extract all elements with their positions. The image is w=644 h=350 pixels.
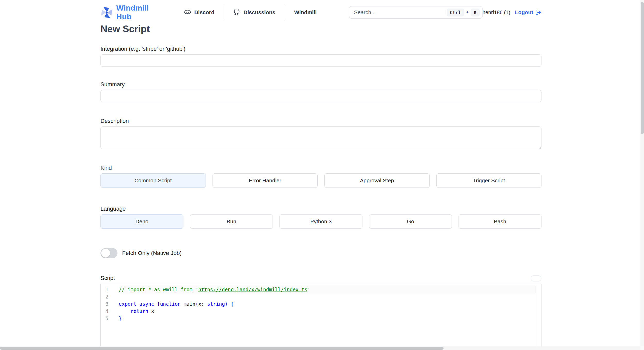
kbd-k: K: [471, 8, 480, 16]
kbd-plus: +: [466, 10, 469, 15]
code-line[interactable]: 4 return x: [101, 308, 536, 315]
page-title: New Script: [100, 24, 541, 35]
user-area: henri186 (1) Logout: [482, 9, 541, 15]
description-field: Description: [100, 118, 541, 150]
kind-label: Kind: [100, 165, 541, 171]
header-nav: DiscordDiscussionsWindmill: [184, 6, 326, 19]
code-line[interactable]: 2: [101, 293, 536, 300]
main-container: Windmill Hub DiscordDiscussionsWindmill …: [100, 0, 541, 347]
nav-item-discussions[interactable]: Discussions: [224, 9, 285, 16]
nav-item-label: Discord: [194, 9, 214, 15]
kind-options: Common ScriptError HandlerApproval StepT…: [100, 173, 541, 188]
summary-input[interactable]: [100, 90, 541, 102]
integration-field: Integration (e.g: 'stripe' or 'github'): [100, 46, 541, 67]
vertical-scrollbar-thumb[interactable]: [641, 2, 644, 134]
code-line-content: }: [119, 315, 536, 322]
toggle-knob: [101, 249, 110, 258]
search-box[interactable]: Ctrl + K: [349, 6, 482, 19]
nav-item-label: Windmill: [294, 9, 317, 15]
language-option-bun[interactable]: Bun: [190, 214, 273, 229]
description-label: Description: [100, 118, 541, 124]
kind-option-trigger-script[interactable]: Trigger Script: [436, 173, 542, 188]
code-token: main: [181, 301, 195, 307]
brand-name[interactable]: Windmill Hub: [116, 4, 160, 21]
kbd-ctrl: Ctrl: [447, 8, 464, 16]
code-token: // import * as wmill from ': [119, 287, 198, 292]
nav-item-discord[interactable]: Discord: [184, 9, 224, 16]
script-section: Script 1// import * as wmill from 'https…: [100, 275, 541, 347]
indent-guide: [119, 308, 119, 314]
fetch-only-toggle[interactable]: [100, 248, 117, 258]
code-token: https://deno.land/x/windmill/index.ts: [198, 287, 307, 292]
code-token: }: [119, 315, 122, 321]
language-option-go[interactable]: Go: [369, 214, 452, 229]
code-line[interactable]: 5}: [101, 315, 536, 322]
integration-label: Integration (e.g: 'stripe' or 'github'): [100, 46, 541, 52]
language-option-deno[interactable]: Deno: [100, 214, 183, 229]
logout-icon: [535, 9, 541, 15]
description-textarea[interactable]: [100, 126, 541, 149]
code-token: [119, 308, 131, 314]
nav-item-windmill[interactable]: Windmill: [285, 9, 326, 15]
code-line-content: [119, 293, 536, 300]
language-option-python-3[interactable]: Python 3: [279, 214, 362, 229]
language-section: Language DenoBunPython 3GoBash: [100, 206, 541, 229]
fetch-only-label: Fetch Only (Native Job): [122, 250, 182, 257]
header: Windmill Hub DiscordDiscussionsWindmill …: [100, 0, 541, 21]
language-option-bash[interactable]: Bash: [459, 214, 541, 229]
code-line-content: return x: [119, 308, 536, 315]
line-number: 2: [101, 294, 119, 300]
code-token: return: [131, 308, 148, 314]
editor-scrollbar-rail[interactable]: [536, 284, 541, 347]
nav-item-label: Discussions: [243, 9, 275, 15]
discord-icon: [184, 9, 191, 16]
line-number: 3: [101, 301, 119, 307]
script-label: Script: [100, 275, 115, 281]
kind-option-common-script[interactable]: Common Script: [100, 173, 206, 188]
code-token: ': [307, 287, 310, 292]
line-number: 1: [101, 287, 119, 292]
kind-section: Kind Common ScriptError HandlerApproval …: [100, 165, 541, 188]
code-token: x: [148, 308, 154, 314]
code-line[interactable]: 3export async function main(x: string) {: [101, 300, 536, 308]
code-token: ): [225, 301, 228, 307]
code-token: string: [207, 301, 225, 307]
kind-option-error-handler[interactable]: Error Handler: [213, 173, 318, 188]
brand[interactable]: Windmill Hub: [100, 4, 160, 21]
line-number: 5: [101, 315, 119, 321]
username: henri186 (1): [482, 10, 510, 15]
code-token: x:: [198, 301, 207, 307]
code-line[interactable]: 1// import * as wmill from 'https://deno…: [101, 286, 536, 293]
logout-link[interactable]: Logout: [515, 9, 541, 15]
logout-label: Logout: [515, 9, 533, 15]
integration-input[interactable]: [100, 54, 541, 67]
kind-option-approval-step[interactable]: Approval Step: [324, 173, 430, 188]
github-icon: [233, 9, 240, 16]
code-token: {: [228, 301, 234, 307]
vertical-scrollbar[interactable]: [640, 0, 644, 346]
code-editor[interactable]: 1// import * as wmill from 'https://deno…: [100, 284, 541, 347]
scrollbar-corner: [640, 346, 644, 350]
windmill-logo-icon: [100, 5, 113, 19]
summary-label: Summary: [100, 81, 541, 88]
editor-corner-pill[interactable]: [531, 275, 541, 281]
code-token: (: [195, 301, 198, 307]
code-line-content: export async function main(x: string) {: [119, 300, 536, 308]
language-label: Language: [100, 206, 541, 212]
code-token: export async function: [119, 301, 181, 307]
horizontal-scrollbar-thumb[interactable]: [0, 347, 444, 350]
code-line-content: // import * as wmill from 'https://deno.…: [119, 286, 536, 293]
fetch-only-row: Fetch Only (Native Job): [100, 248, 541, 258]
horizontal-scrollbar[interactable]: [0, 346, 640, 350]
summary-field: Summary: [100, 81, 541, 102]
search-input[interactable]: [354, 9, 447, 15]
line-number: 4: [101, 308, 119, 314]
language-options: DenoBunPython 3GoBash: [100, 214, 541, 229]
